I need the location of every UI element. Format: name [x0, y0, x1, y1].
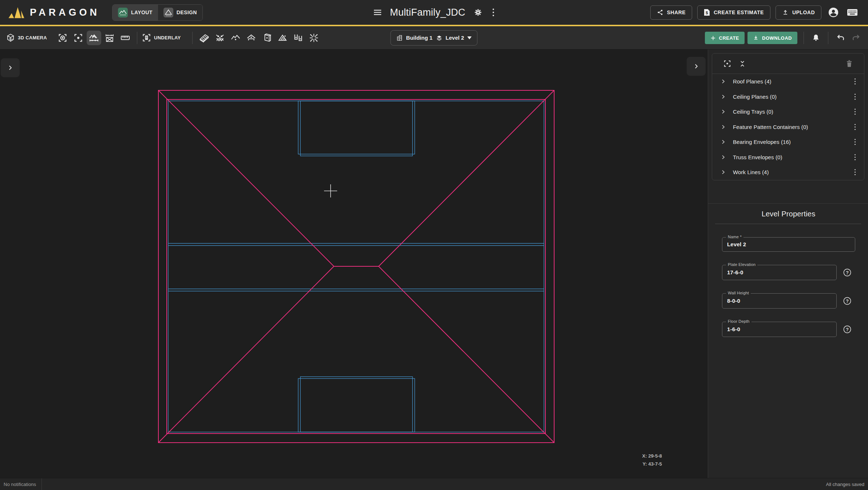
- expand-chevron-icon[interactable]: [721, 109, 726, 114]
- underlay-icon: [142, 33, 151, 43]
- wall-panel-icon: [261, 32, 272, 43]
- 3d-camera-button[interactable]: 3 D 3D CAMERA: [6, 33, 47, 43]
- expand-chevron-icon[interactable]: [721, 79, 726, 84]
- scene-row-ceiling-trays[interactable]: Ceiling Trays (0): [712, 104, 864, 119]
- section-divider: [715, 224, 861, 224]
- hanger-tool-button[interactable]: [291, 31, 305, 45]
- redo-icon[interactable]: [850, 32, 862, 44]
- drawing-canvas[interactable]: X: 29-5-8 Y: 43-7-5: [0, 50, 708, 478]
- expand-chevron-icon[interactable]: [721, 124, 726, 130]
- brand-group: PARAGON LAYOUT: [0, 4, 203, 21]
- scene-row-roof-planes[interactable]: Roof Planes (4): [712, 74, 864, 89]
- scene-row-work-lines[interactable]: Work Lines (4): [712, 165, 864, 180]
- underlay-button[interactable]: UNDERLAY: [142, 33, 181, 43]
- scene-row-bearing-envelopes[interactable]: Bearing Envelopes (16): [712, 134, 864, 150]
- wall-panel-tool-button[interactable]: [260, 31, 274, 45]
- truss-tool-button[interactable]: [275, 31, 290, 45]
- scene-tree-toolbar: [712, 54, 864, 74]
- scene-row-label: Ceiling Trays (0): [733, 109, 773, 115]
- building-name: Building 1: [406, 35, 433, 41]
- plate-elevation-help-icon[interactable]: ?: [843, 268, 852, 277]
- expand-chevron-icon[interactable]: [721, 94, 726, 99]
- toolbar-divider: [192, 32, 193, 44]
- collapse-all-icon[interactable]: [737, 58, 747, 69]
- row-kebab-icon[interactable]: [854, 124, 856, 130]
- upload-icon: [782, 9, 789, 16]
- row-kebab-icon[interactable]: [854, 169, 856, 176]
- create-label: CREATE: [719, 35, 739, 41]
- notifications-bell-icon[interactable]: [810, 32, 822, 44]
- floor-depth-help-icon[interactable]: ?: [843, 325, 852, 334]
- ruler-tool-button[interactable]: [118, 31, 133, 45]
- layers-icon: [436, 35, 442, 41]
- expand-chevron-icon[interactable]: [721, 169, 726, 175]
- notifications-status[interactable]: No notifications: [0, 478, 42, 490]
- expand-chevron-icon[interactable]: [721, 154, 726, 160]
- span-dimension-tool-button[interactable]: [102, 31, 117, 45]
- undo-icon[interactable]: [835, 32, 847, 44]
- row-kebab-icon[interactable]: [854, 108, 856, 115]
- panel-tool-button[interactable]: [197, 31, 212, 45]
- expand-left-panel-button[interactable]: [1, 58, 20, 77]
- level-properties-title: Level Properties: [722, 210, 855, 218]
- row-kebab-icon[interactable]: [854, 138, 856, 145]
- wall-height-value: 8-0-0: [727, 298, 740, 304]
- underlay-label: UNDERLAY: [154, 35, 181, 40]
- create-estimate-button[interactable]: $ CREATE ESTIMATE: [697, 5, 770, 20]
- row-kebab-icon[interactable]: [854, 93, 856, 100]
- panel-slab-icon: [199, 32, 210, 43]
- floor-depth-value: 1-6-0: [727, 326, 740, 332]
- wall-height-help-icon[interactable]: ?: [843, 297, 852, 305]
- upload-label: UPLOAD: [792, 9, 815, 15]
- paragon-app: PARAGON LAYOUT: [0, 0, 868, 490]
- roof-dimension-tool-button[interactable]: [87, 31, 101, 45]
- row-kebab-icon[interactable]: [854, 154, 856, 161]
- collapse-right-panel-button[interactable]: [687, 57, 706, 76]
- name-field[interactable]: Name * Level 2: [722, 237, 855, 252]
- scene-row-feature-pattern-containers[interactable]: Feature Pattern Containers (0): [712, 119, 864, 135]
- plate-elevation-field-row: Plate Elevation 17-6-0 ?: [722, 265, 855, 280]
- deselect-tool-button[interactable]: [55, 31, 70, 45]
- wall-height-field[interactable]: Wall Height 8-0-0: [722, 293, 837, 309]
- delete-trash-icon[interactable]: [844, 58, 855, 69]
- plate-elevation-field[interactable]: Plate Elevation 17-6-0: [722, 265, 837, 280]
- share-button[interactable]: SHARE: [650, 5, 693, 20]
- gear-icon[interactable]: [472, 7, 484, 18]
- plate-elevation-label: Plate Elevation: [726, 262, 757, 267]
- project-list-icon[interactable]: [372, 8, 383, 17]
- right-panel: Roof Planes (4) Ceiling Planes (0) Ceili…: [708, 50, 868, 478]
- work-lines-tool-button[interactable]: [307, 31, 321, 45]
- focus-selection-icon[interactable]: [722, 58, 733, 69]
- share-icon: [657, 9, 663, 16]
- row-kebab-icon[interactable]: [854, 78, 856, 85]
- upload-button[interactable]: UPLOAD: [776, 5, 821, 20]
- ceiling-plane-tool-button[interactable]: [244, 31, 259, 45]
- floor-depth-field[interactable]: Floor Depth 1-6-0: [722, 322, 837, 337]
- tab-design[interactable]: DESIGN: [158, 5, 202, 20]
- scene-row-ceiling-planes[interactable]: Ceiling Planes (0): [712, 89, 864, 105]
- roof-plane-tool-button[interactable]: [228, 31, 243, 45]
- toolbar-actions: CREATE DOWNLOAD: [705, 26, 868, 50]
- scene-row-label: Roof Planes (4): [733, 78, 772, 85]
- account-icon[interactable]: [826, 5, 840, 19]
- select-focus-tool-button[interactable]: [71, 31, 86, 45]
- notifications-status-label: No notifications: [4, 482, 36, 487]
- building-level-selector[interactable]: Building 1 Level 2: [390, 30, 477, 46]
- keyboard-icon[interactable]: [845, 7, 859, 18]
- scene-row-truss-envelopes[interactable]: Truss Envelopes (0): [712, 150, 864, 165]
- scene-tree: Roof Planes (4) Ceiling Planes (0) Ceili…: [712, 53, 864, 180]
- svg-text:?: ?: [846, 298, 849, 303]
- 3d-camera-label: 3D CAMERA: [18, 35, 47, 40]
- toolbar-divider: [828, 32, 828, 44]
- download-button[interactable]: DOWNLOAD: [747, 32, 797, 44]
- kebab-menu-icon[interactable]: [491, 7, 496, 18]
- toolbar-tools: 3 D 3D CAMERA: [0, 31, 321, 45]
- expand-chevron-icon[interactable]: [721, 139, 726, 145]
- svg-text:?: ?: [846, 327, 849, 332]
- toolbar: 3 D 3D CAMERA: [0, 26, 868, 50]
- brand-name: PARAGON: [30, 7, 100, 18]
- tab-layout[interactable]: LAYOUT: [113, 5, 158, 20]
- chevron-right-icon: [693, 63, 699, 70]
- create-button[interactable]: CREATE: [705, 32, 745, 44]
- bearing-tool-button[interactable]: [213, 31, 227, 45]
